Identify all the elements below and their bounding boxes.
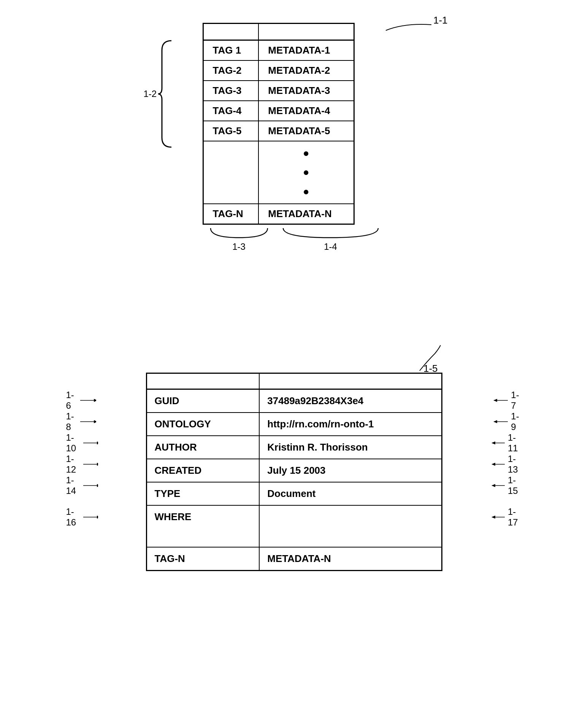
- label-1-16-group: 1-16: [66, 496, 98, 538]
- top-metadata-5: METADATA-5: [258, 121, 354, 141]
- top-metadata-3: METADATA-3: [258, 81, 354, 101]
- bottom-row-where: WHERE: [146, 505, 442, 547]
- svg-marker-7: [97, 463, 98, 466]
- label-1-15: 1-15: [508, 475, 522, 496]
- top-tag-n: TAG-N: [203, 204, 258, 224]
- svg-marker-10: [493, 399, 497, 402]
- label-1-17-group: 1-17: [490, 496, 522, 538]
- bottom-section: 1-5 GUID 37489a92B2384X3e4: [146, 373, 442, 573]
- label-1-14-group: 1-14: [66, 475, 98, 496]
- bottom-header-col1: [146, 373, 259, 389]
- label-1-7: 1-7: [511, 390, 522, 411]
- arrow-1-6: [80, 397, 96, 404]
- svg-marker-5: [94, 420, 96, 423]
- brace-svg-1-4: [281, 226, 380, 241]
- bottom-author-metadata: Kristinn R. Thorisson: [259, 436, 442, 459]
- label-1-2-wrapper: 1-2: [144, 39, 174, 149]
- label-1-13-group: 1-13: [490, 454, 522, 475]
- top-tag-3: TAG-3: [203, 81, 258, 101]
- arrow-1-7: [492, 397, 508, 404]
- arrow-1-14: [83, 482, 98, 489]
- svg-marker-4: [94, 399, 96, 402]
- brace-group-1-3: 1-3: [203, 226, 276, 252]
- brace-svg-1-3: [209, 226, 269, 241]
- bottom-header-col2: [259, 373, 442, 389]
- bottom-tagn-metadata: METADATA-N: [259, 547, 442, 571]
- top-row-n: TAG-N METADATA-N: [203, 204, 354, 224]
- label-1-13: 1-13: [508, 454, 522, 475]
- svg-text:1-1: 1-1: [433, 14, 448, 26]
- top-tag-1: TAG 1: [203, 40, 258, 61]
- svg-marker-9: [97, 516, 98, 519]
- label-1-5-svg: 1-5: [404, 342, 450, 373]
- brace-group-1-4: 1-4: [276, 226, 386, 252]
- arrow-1-13: [490, 460, 505, 468]
- bottom-type-metadata: Document: [259, 482, 442, 505]
- top-row-4: TAG-4 METADATA-4: [203, 101, 354, 121]
- label-1-10: 1-10: [66, 432, 81, 454]
- label-1-4: 1-4: [324, 241, 337, 252]
- label-1-12: 1-12: [66, 454, 81, 475]
- bottom-created-tag: CREATED: [146, 459, 259, 482]
- label-1-9: 1-9: [511, 411, 522, 432]
- top-row-2: TAG-2 METADATA-2: [203, 60, 354, 81]
- label-1-8: 1-8: [66, 411, 77, 432]
- bottom-where-metadata: [259, 505, 442, 547]
- top-metadata-4: METADATA-4: [258, 101, 354, 121]
- top-header-col2: [258, 24, 354, 40]
- bottom-row-guid: GUID 37489a92B2384X3e4: [146, 389, 442, 413]
- label-1-11: 1-11: [508, 432, 522, 454]
- label-1-7-group: 1-7: [492, 390, 522, 411]
- bottom-row-ontology: ONTOLOGY http://rn.com/rn-onto-1: [146, 413, 442, 436]
- bottom-braces: 1-3 1-4: [203, 226, 386, 252]
- top-metadata-n: METADATA-N: [258, 204, 354, 224]
- bottom-guid-metadata: 37489a92B2384X3e4: [259, 389, 442, 413]
- top-diagram-inner: 1-1 1-2 TAG 1 ME: [203, 23, 386, 252]
- dots-col2: ●●●: [258, 141, 354, 204]
- top-metadata-2: METADATA-2: [258, 60, 354, 81]
- label-1-6: 1-6: [66, 390, 77, 411]
- label-1-16: 1-16: [66, 506, 81, 528]
- top-row-5: TAG-5 METADATA-5: [203, 121, 354, 141]
- arrow-1-15: [490, 482, 505, 489]
- label-1-12-group: 1-12: [66, 454, 98, 475]
- arrow-1-17: [490, 513, 505, 521]
- top-tag-2: TAG-2: [203, 60, 258, 81]
- top-header-row: [203, 24, 354, 40]
- arrow-1-9: [492, 418, 508, 425]
- top-row-1: TAG 1 METADATA-1: [203, 40, 354, 61]
- top-dots-row: ●●●: [203, 141, 354, 204]
- bottom-header-row: [146, 373, 442, 389]
- svg-marker-14: [491, 484, 495, 487]
- bottom-guid-tag: GUID: [146, 389, 259, 413]
- label-1-10-group: 1-10: [66, 432, 98, 454]
- label-1-14: 1-14: [66, 475, 81, 496]
- bottom-ontology-tag: ONTOLOGY: [146, 413, 259, 436]
- label-1-8-group: 1-8: [66, 411, 96, 432]
- top-main-table: TAG 1 METADATA-1 TAG-2 METADATA-2 TAG-3 …: [203, 23, 355, 225]
- label-1-2-text: 1-2: [144, 89, 157, 99]
- bottom-where-tag: WHERE: [146, 505, 259, 547]
- arrow-1-10: [83, 439, 98, 447]
- top-tag-4: TAG-4: [203, 101, 258, 121]
- top-tag-5: TAG-5: [203, 121, 258, 141]
- top-row-3: TAG-3 METADATA-3: [203, 81, 354, 101]
- label-1-6-group: 1-6: [66, 390, 96, 411]
- dots-col1: [203, 141, 258, 204]
- bottom-author-tag: AUTHOR: [146, 436, 259, 459]
- top-section: 1-1 1-2 TAG 1 ME: [203, 23, 386, 252]
- svg-marker-11: [493, 420, 497, 423]
- left-brace-svg: [158, 39, 173, 149]
- svg-text:1-5: 1-5: [423, 363, 438, 374]
- svg-marker-8: [97, 484, 98, 487]
- svg-marker-6: [97, 441, 98, 444]
- label-1-17: 1-17: [508, 506, 522, 528]
- arrow-1-8: [80, 418, 96, 425]
- bottom-ontology-metadata: http://rn.com/rn-onto-1: [259, 413, 442, 436]
- bottom-row-created: CREATED July 15 2003: [146, 459, 442, 482]
- svg-marker-12: [491, 441, 495, 444]
- svg-marker-13: [491, 463, 495, 466]
- bottom-diagram-inner: 1-5 GUID 37489a92B2384X3e4: [146, 373, 442, 571]
- bottom-row-author: AUTHOR Kristinn R. Thorisson: [146, 436, 442, 459]
- top-metadata-1: METADATA-1: [258, 40, 354, 61]
